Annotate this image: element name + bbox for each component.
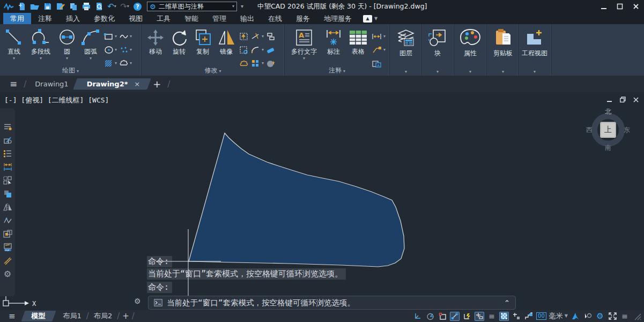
command-prompt-text[interactable]: 当前处于“窗口”套索模式，按空格键可循环浏览选项。: [167, 298, 500, 308]
fillet-button[interactable]: ▾: [250, 43, 265, 56]
table-button[interactable]: 表格: [346, 26, 371, 55]
dimension-button[interactable]: 标注: [321, 26, 346, 55]
stretch-button[interactable]: [238, 30, 250, 43]
status-menu-icon[interactable]: ≡: [5, 312, 19, 320]
ribbon-tab-home[interactable]: 常用: [3, 13, 31, 24]
circle-button[interactable]: 圆 ▾: [56, 26, 78, 61]
ellipse-button[interactable]: ▾: [103, 43, 118, 56]
arc-caret-icon[interactable]: ▾: [90, 56, 92, 61]
ribbon-options-caret-icon[interactable]: ▼: [374, 17, 377, 21]
properties-caret-icon[interactable]: ▾: [469, 70, 471, 74]
tab-drawing2[interactable]: Drawing2* ×: [78, 78, 146, 90]
trim-button[interactable]: ▾: [250, 30, 265, 43]
circle-caret-icon[interactable]: ▾: [66, 56, 68, 61]
ribbon-tab-services[interactable]: 服务: [289, 13, 317, 24]
settings-gear-icon[interactable]: ⚙: [595, 312, 605, 321]
workspace-split-icon[interactable]: ▾: [241, 4, 243, 9]
transparency-toggle[interactable]: [499, 312, 509, 321]
ribbon-tab-parametric[interactable]: 参数化: [87, 13, 122, 24]
numbered-list-icon[interactable]: [3, 149, 12, 158]
ribbon-collapse-button[interactable]: ▲: [363, 15, 372, 23]
quick-select-icon[interactable]: [3, 176, 12, 185]
mirror-rail-icon[interactable]: [3, 203, 12, 211]
fullscreen-toggle[interactable]: [608, 312, 617, 321]
linear-dimension-button[interactable]: ▾: [371, 30, 387, 43]
layers-button[interactable]: 图层 ▾: [390, 24, 422, 58]
block-button[interactable]: 块 ▾: [421, 24, 454, 58]
rotate-button[interactable]: 旋转: [167, 26, 191, 55]
layout1-tab[interactable]: 布局1: [58, 311, 86, 321]
command-expand-icon[interactable]: ⌃: [504, 299, 510, 307]
layout2-tab[interactable]: 布局2: [89, 311, 117, 321]
preview-icon[interactable]: [93, 1, 105, 12]
block-caret-icon[interactable]: ▾: [436, 70, 439, 74]
doc-restore-button[interactable]: [620, 97, 626, 103]
pgp-edit-icon[interactable]: PGP: [3, 243, 12, 252]
mirror-button[interactable]: 镜像: [214, 26, 238, 55]
viewport-controls[interactable]: [-] [俯视] [二维线框] [WCS]: [4, 96, 109, 105]
ribbon-tab-insert[interactable]: 插入: [59, 13, 87, 24]
settings-gear-rail-icon[interactable]: ⚙: [4, 270, 11, 279]
engineering-view-caret-icon[interactable]: ▾: [534, 70, 536, 74]
tab-drawing1[interactable]: Drawing1: [29, 80, 73, 88]
open-folder-icon[interactable]: [29, 1, 40, 12]
dimension-style-icon[interactable]: [3, 163, 12, 171]
viewport-tool-icon[interactable]: [3, 230, 12, 238]
compass-top-face[interactable]: 上: [600, 122, 616, 138]
line-button[interactable]: 直线 ▾: [2, 26, 26, 61]
mtext-caret-icon[interactable]: ▾: [303, 56, 305, 61]
engineering-view-button[interactable]: 工程视图 ▾: [519, 24, 551, 58]
point-button[interactable]: ▾: [118, 43, 133, 56]
model-tab[interactable]: 模型: [23, 311, 54, 321]
panel-draw-label[interactable]: 绘图▾: [0, 66, 141, 75]
undo-icon[interactable]: ↶▾: [106, 1, 117, 12]
smart-assistant-icon[interactable]: [571, 312, 580, 321]
drawing-tabs-menu-icon[interactable]: ≡: [6, 79, 20, 89]
doc-minimize-button[interactable]: [607, 97, 612, 103]
dynamic-ucs-toggle[interactable]: [462, 312, 472, 321]
minimize-button[interactable]: [600, 3, 608, 10]
ribbon-tab-geo[interactable]: 地理服务: [317, 13, 359, 24]
workspace-selector[interactable]: ⚙ 二维草图与注释 ▾: [147, 2, 237, 11]
properties-button[interactable]: 属性 ▾: [454, 24, 486, 58]
drawn-shape[interactable]: [189, 133, 404, 267]
add-selected-toggle[interactable]: [512, 312, 521, 321]
compass-south[interactable]: 南: [605, 143, 611, 152]
status-options-menu-icon[interactable]: ≡: [620, 312, 630, 321]
measure-icon[interactable]: [3, 257, 12, 265]
leader-button[interactable]: ▾: [371, 43, 387, 56]
polyline-caret-icon[interactable]: ▾: [40, 56, 42, 61]
selection-cycling-toggle[interactable]: [583, 312, 593, 321]
units-dropdown[interactable]: 毫米▼: [549, 311, 568, 321]
compass-north[interactable]: 北: [605, 107, 611, 116]
panel-modify-label[interactable]: 修改▾: [142, 66, 284, 75]
new-file-icon[interactable]: [16, 1, 27, 12]
grid-toggle[interactable]: [413, 312, 423, 321]
ribbon-tab-output[interactable]: 输出: [233, 13, 261, 24]
ribbon-tab-online[interactable]: 在线: [261, 13, 289, 24]
help-icon[interactable]: ?: [132, 1, 143, 12]
clipboard-caret-icon[interactable]: ▾: [502, 70, 504, 74]
view-compass[interactable]: 北 南 西 东 上: [587, 109, 629, 151]
ribbon-tab-smart[interactable]: 智能: [177, 13, 205, 24]
layer-manager-icon[interactable]: [3, 122, 12, 131]
print-icon[interactable]: [80, 1, 92, 12]
app-logo-icon[interactable]: [3, 1, 14, 12]
ribbon-tab-manage[interactable]: 管理: [205, 13, 233, 24]
ribbon-tab-view[interactable]: 视图: [122, 13, 150, 24]
copy-tool-button[interactable]: 复制: [191, 26, 214, 55]
doc-close-button[interactable]: [633, 97, 639, 103]
maximize-button[interactable]: [616, 3, 624, 10]
snap-tracking-toggle[interactable]: [475, 312, 484, 321]
add-layout-button[interactable]: +: [120, 311, 132, 321]
new-drawing-button[interactable]: +: [150, 78, 164, 90]
copy-tool-rail-icon[interactable]: [3, 189, 12, 198]
copy-icon[interactable]: [68, 1, 79, 12]
save-icon[interactable]: [42, 1, 53, 12]
precision-display[interactable]: 00: [536, 312, 546, 320]
ribbon-tab-tools[interactable]: 工具: [150, 13, 177, 24]
spline-button[interactable]: ▾: [118, 30, 133, 43]
save-as-icon[interactable]: [55, 1, 66, 12]
tab-close-icon[interactable]: ×: [134, 80, 140, 88]
modify-edit-icon[interactable]: [3, 136, 12, 144]
